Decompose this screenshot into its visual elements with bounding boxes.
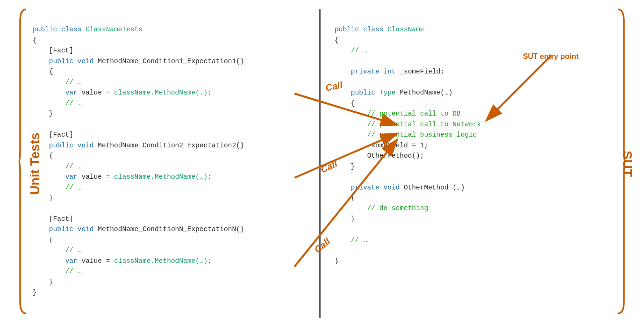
brace-close-r1: }: [335, 257, 339, 265]
brace-close-r3: }: [351, 215, 355, 223]
kw-private-r1: private: [351, 68, 379, 75]
kw-class-r1: class: [363, 26, 384, 33]
kw-public-r1: public: [335, 26, 359, 33]
call-method1: className.MethodName(…);: [114, 89, 212, 96]
other-method-def-r1: OtherMethod (…): [404, 184, 465, 191]
type-r1: Type: [379, 89, 396, 96]
kw-var2: var: [65, 173, 78, 181]
comment1: // …: [65, 79, 82, 86]
comment-r3: // potential call to Network: [367, 121, 481, 128]
method3: MethodName_ConditionN_ExpectationN(): [98, 225, 244, 233]
main-container: Unit Tests public class ClassNameTests {…: [0, 0, 644, 327]
comment4: // …: [65, 184, 82, 191]
fact2: [Fact]: [49, 131, 73, 138]
brace-close1: }: [33, 289, 37, 296]
left-code-panel: public class ClassNameTests { [Fact] pub…: [5, 9, 319, 318]
right-code-panel: SUT entry point public class ClassName {…: [321, 9, 639, 318]
brace-open-r2: {: [351, 100, 355, 107]
fact3: [Fact]: [49, 215, 73, 223]
kw-void1: void: [78, 58, 94, 65]
other-method-call-r1: OtherMethod();: [367, 152, 424, 160]
method2: MethodName_Condition2_Expectation2(): [98, 142, 244, 149]
classname-r1: ClassName: [387, 26, 424, 33]
left-code-block: public class ClassNameTests { [Fact] pub…: [33, 14, 309, 308]
kw-public1: public: [33, 26, 57, 33]
kw-public3: public: [49, 142, 73, 149]
brace-open4: {: [49, 236, 53, 244]
field-r1: _someField;: [400, 68, 444, 75]
fact1: [Fact]: [49, 47, 73, 54]
kw-class1: class: [61, 26, 82, 33]
kw-void-r1: void: [383, 184, 400, 191]
comment-r1: // …: [351, 47, 367, 54]
comment5: // …: [65, 247, 82, 254]
var-value3: value =: [81, 257, 114, 265]
kw-var1: var: [65, 89, 78, 96]
call-method2: className.MethodName(…);: [114, 173, 212, 181]
kw-var3: var: [65, 257, 78, 265]
kw-int-r1: int: [383, 68, 395, 75]
comment6: // …: [65, 268, 82, 275]
var-value2: value =: [81, 173, 114, 181]
comment-r2: // potential call to DB: [367, 110, 461, 117]
kw-public-r2: public: [351, 89, 375, 96]
comment-r5: // do something: [367, 204, 429, 212]
comment-r6: // …: [351, 236, 367, 244]
field-assign-r1: _someField = 1;: [367, 142, 429, 149]
kw-void2: void: [78, 142, 94, 149]
classname-tests: ClassNameTests: [86, 26, 143, 33]
comment3: // …: [65, 163, 82, 170]
kw-public2: public: [49, 58, 73, 65]
call-method3: className.MethodName(…);: [114, 257, 212, 265]
brace-open1: {: [33, 36, 37, 44]
brace-open3: {: [49, 152, 53, 160]
var-value1: value =: [81, 89, 114, 96]
sut-label: SUT: [620, 151, 635, 177]
comment-r4: // potential business logic: [367, 131, 477, 138]
comment2: // …: [65, 100, 82, 107]
sut-entry-label: SUT entry point: [523, 52, 579, 61]
brace-close4: }: [49, 278, 53, 286]
kw-public4: public: [49, 225, 73, 233]
brace-open-r3: {: [351, 194, 355, 202]
methodname-r1: MethodName(…): [400, 89, 452, 96]
kw-private-r2: private: [351, 184, 379, 191]
kw-void3: void: [78, 225, 94, 233]
brace-open-r1: {: [335, 36, 339, 44]
method1: MethodName_Condition1_Expectation1(): [98, 58, 244, 65]
brace-open2: {: [49, 68, 53, 75]
brace-close2: }: [49, 110, 53, 117]
brace-close-r2: }: [351, 163, 355, 170]
brace-close3: }: [49, 194, 53, 202]
